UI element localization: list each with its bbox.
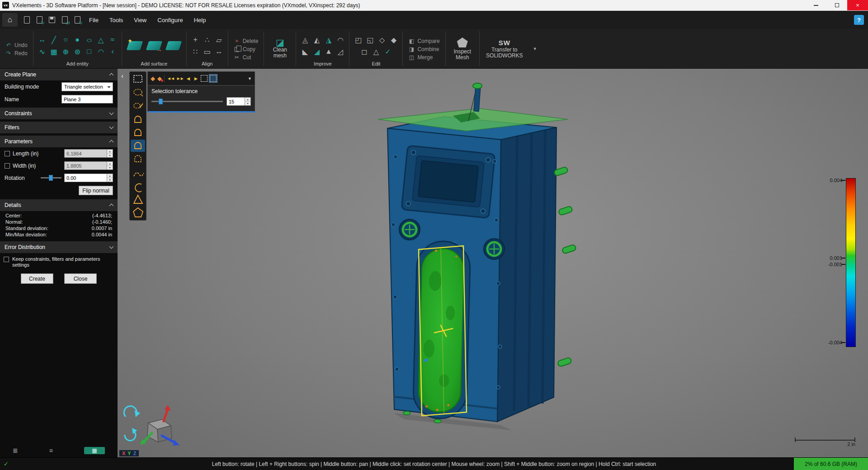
selection-tolerance-slider[interactable] [151, 98, 223, 105]
rotation-input[interactable] [66, 174, 106, 182]
name-input[interactable] [64, 95, 111, 103]
polygon-selection-icon[interactable] [133, 208, 143, 217]
width-checkbox[interactable] [5, 163, 10, 169]
brush-selection-icon[interactable] [135, 116, 141, 122]
add-line-icon[interactable]: ↔ [37, 34, 48, 46]
add-angle-icon[interactable]: ‹ [107, 46, 118, 57]
menu-file[interactable]: File [84, 14, 104, 26]
rotation-slider-thumb[interactable] [49, 175, 53, 181]
create-plane-header[interactable]: Create Plane [0, 69, 118, 80]
smooth-mesh-icon[interactable]: ◭ [311, 34, 322, 46]
undo-button[interactable]: ↶Undo [3, 42, 30, 49]
add-plane-icon[interactable]: ▦ [48, 46, 60, 57]
merge-button[interactable]: ◫Merge [406, 54, 442, 61]
error-distribution-header[interactable]: Error Distribution [0, 241, 118, 253]
edit-bridge-icon[interactable]: ◇ [376, 34, 387, 46]
panel-collapse-button[interactable]: ‹ [121, 72, 123, 79]
previous-selection-icon[interactable]: ◄ [186, 75, 191, 82]
arc-selection-icon[interactable] [135, 184, 142, 192]
align-plane-icon[interactable]: ▱ [213, 34, 225, 46]
extract-surface-icon[interactable]: → [146, 41, 162, 50]
clean-mesh-button[interactable]: ◪ Clean mesh [267, 30, 292, 68]
list-view-button[interactable]: ≡ [49, 447, 53, 454]
connect-selection-icon[interactable] [134, 103, 143, 108]
align-target-icon[interactable]: + [190, 34, 201, 46]
constraints-header[interactable]: Constraints [0, 108, 118, 119]
combine-button[interactable]: ◨Combine [406, 46, 442, 53]
apply-check-icon[interactable]: ✓ [382, 46, 393, 57]
surface-selection-icon[interactable]: ◆ [151, 75, 155, 82]
fit-surface-icon[interactable]: ★ [126, 41, 142, 50]
align-move-icon[interactable]: ↔ [213, 46, 225, 57]
details-header[interactable]: Details [0, 199, 118, 211]
edit-patch-icon[interactable]: ◆ [388, 34, 399, 46]
filters-header[interactable]: Filters [0, 122, 118, 133]
viewport-3d[interactable]: ‹ [118, 69, 868, 457]
tree-view-button[interactable]: ≣ [13, 447, 18, 454]
spline-selection-icon[interactable] [131, 140, 145, 152]
edit-triangles-icon[interactable]: △ [370, 46, 382, 57]
surface-patch-icon[interactable] [165, 41, 181, 50]
length-checkbox[interactable] [5, 151, 10, 156]
surface-all-selection-icon[interactable]: ◆ [157, 75, 162, 82]
close-panel-button[interactable]: Close [64, 273, 97, 284]
save-session-button[interactable] [46, 14, 58, 26]
menu-view[interactable]: View [128, 14, 152, 26]
width-spinner[interactable]: ▴▾ [107, 162, 113, 169]
menu-help[interactable]: Help [189, 14, 212, 26]
delete-button[interactable]: ×Delete [231, 37, 261, 45]
triangle-selection-icon[interactable] [134, 195, 142, 203]
free-selection-icon[interactable] [134, 89, 143, 97]
align-surface-icon[interactable]: ▭ [202, 46, 213, 57]
add-spline-icon[interactable]: ∿ [37, 46, 48, 57]
visible-selection-icon[interactable] [135, 155, 141, 162]
transfer-solidworks-button[interactable]: SW Transfer to SOLIDWORKS [483, 30, 526, 68]
sharpen-icon[interactable]: ◿ [335, 46, 346, 57]
new-session-button[interactable] [20, 14, 33, 26]
minimize-button[interactable] [806, 0, 826, 10]
flip-selection-left-icon[interactable]: ◄◄ [167, 75, 174, 82]
add-rectangle-icon[interactable]: □ [84, 46, 95, 57]
remove-spikes-icon[interactable]: ◣ [299, 46, 311, 57]
edit-region-icon[interactable]: ◱ [364, 34, 376, 46]
cut-button[interactable]: ✂Cut [231, 54, 261, 61]
add-sphere-icon[interactable]: ⊛ [72, 46, 83, 57]
edit-cutout-icon[interactable]: ◻ [359, 46, 370, 57]
add-vector-icon[interactable]: ╱ [48, 34, 60, 46]
selection-options-dropdown-icon[interactable]: ▼ [248, 76, 252, 81]
rotation-spinner[interactable]: ▴▾ [107, 174, 113, 182]
next-selection-icon[interactable]: ► [193, 75, 198, 82]
transfer-dropdown-icon[interactable]: ▼ [529, 47, 541, 51]
align-points-icon[interactable]: ∴ [202, 34, 213, 46]
curve-selection-icon[interactable] [134, 173, 144, 176]
length-spinner[interactable]: ▴▾ [107, 150, 113, 157]
rectangle-mode-active-icon[interactable] [210, 75, 217, 82]
create-button[interactable]: Create [21, 273, 53, 284]
tolerance-slider-thumb[interactable] [159, 99, 163, 104]
open-session-button[interactable]: ↻ [33, 14, 46, 26]
backface-selection-icon[interactable] [135, 129, 141, 136]
boundary-icon[interactable]: ◠ [335, 34, 346, 46]
parameters-header[interactable]: Parameters [0, 136, 118, 147]
tolerance-input[interactable] [229, 98, 244, 105]
copy-button[interactable]: Copy [231, 46, 261, 53]
keep-settings-checkbox[interactable] [4, 257, 9, 262]
model-mesh[interactable] [378, 83, 576, 430]
menu-configure[interactable]: Configure [152, 14, 188, 26]
length-input[interactable] [66, 150, 106, 157]
defeature-icon[interactable]: ▲ [323, 46, 334, 57]
fill-holes-icon[interactable]: ◬ [299, 34, 311, 46]
inspect-mesh-button[interactable]: Inspect Mesh [449, 30, 476, 68]
flip-normal-button[interactable]: Flip normal [79, 186, 113, 195]
import-session-button[interactable]: ⇄ [58, 14, 71, 26]
export-session-button[interactable]: ↻ [71, 14, 84, 26]
orientation-gizmo[interactable] [124, 405, 179, 446]
add-slot-icon[interactable]: ⊕ [60, 46, 71, 57]
help-button[interactable]: ? [854, 15, 864, 25]
tolerance-spinner[interactable]: ▴▾ [245, 98, 250, 105]
compare-button[interactable]: ◧Compare [406, 38, 442, 45]
maximize-button[interactable] [826, 0, 847, 10]
rotation-slider[interactable] [41, 174, 61, 181]
grid-view-button[interactable]: ▦ [84, 447, 105, 454]
align-pairs-icon[interactable]: ∷ [190, 46, 201, 57]
